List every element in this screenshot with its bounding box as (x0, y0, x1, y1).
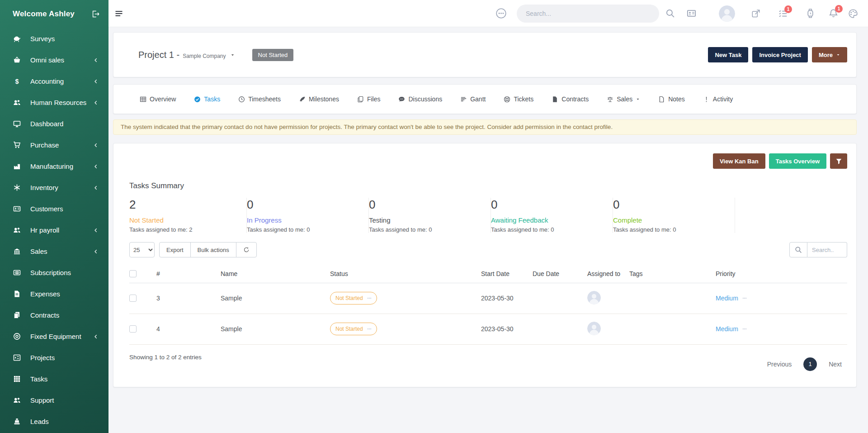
sidebar-item-projects[interactable]: Projects (0, 347, 108, 368)
id-card-icon (13, 205, 21, 213)
export-button[interactable]: Export (159, 242, 191, 257)
tab-contracts[interactable]: Contracts (552, 95, 589, 103)
task-status-badge[interactable]: Not Started (330, 292, 377, 305)
task-priority[interactable]: Medium (716, 325, 747, 333)
caret-down-icon (836, 52, 840, 57)
quick-actions-icon[interactable] (495, 8, 507, 19)
tab-sales[interactable]: Sales (607, 95, 640, 103)
share-icon[interactable] (751, 9, 760, 18)
status-menu-icon[interactable] (367, 296, 372, 300)
priority-menu-icon[interactable] (742, 296, 747, 300)
sidebar-item-purchase[interactable]: Purchase (0, 134, 108, 156)
task-assigned-cell (587, 314, 629, 344)
menu-toggle-icon[interactable] (114, 9, 123, 18)
tab-label: Discussions (408, 95, 442, 103)
pagination-next[interactable]: Next (829, 361, 842, 368)
sidebar-item-surveys[interactable]: Surveys (0, 28, 108, 49)
logout-icon[interactable] (91, 10, 99, 18)
todo-list-icon[interactable]: 1 (778, 9, 788, 18)
permission-warning-alert: The system indicated that the primary co… (113, 119, 857, 135)
sidebar-item-contracts[interactable]: Contracts (0, 305, 108, 326)
sidebar-item-leads[interactable]: Leads (0, 411, 108, 432)
tab-tasks[interactable]: Tasks (194, 95, 220, 103)
notifications-icon[interactable]: 1 (829, 9, 838, 18)
priority-menu-icon[interactable] (742, 327, 747, 331)
contacts-icon[interactable] (687, 9, 696, 18)
new-task-button[interactable]: New Task (708, 47, 748, 62)
task-priority[interactable]: Medium (716, 295, 747, 302)
pagination-page-1[interactable]: 1 (803, 357, 817, 371)
table-buttons-group: Export Bulk actions (159, 242, 257, 257)
user-avatar[interactable] (719, 5, 735, 22)
tab-overview[interactable]: Overview (140, 95, 176, 103)
tasks-overview-button[interactable]: Tasks Overview (769, 153, 826, 169)
invoice-project-button[interactable]: Invoice Project (752, 47, 807, 62)
summary-col-not-started: 2 Not Started Tasks assigned to me: 2 (129, 198, 247, 233)
table-search-icon[interactable] (789, 242, 807, 257)
timer-icon[interactable] (806, 9, 815, 18)
tab-notes[interactable]: Notes (658, 95, 685, 103)
tab-activity[interactable]: Activity (703, 95, 733, 103)
summary-col-complete: 0 Complete Tasks assigned to me: 0 (613, 198, 735, 233)
tab-discussions[interactable]: Discussions (398, 95, 442, 103)
pagination-previous[interactable]: Previous (767, 361, 792, 368)
task-status-badge[interactable]: Not Started (330, 323, 377, 335)
status-menu-icon[interactable] (367, 327, 372, 331)
sidebar-item-label: Fixed Equipment (30, 333, 93, 340)
tab-milestones[interactable]: Milestones (299, 95, 339, 103)
svg-text:$: $ (15, 78, 19, 85)
sidebar-item-omni-sales[interactable]: Omni sales (0, 49, 108, 71)
project-switch-caret-icon[interactable] (230, 52, 235, 57)
sidebar-item-fixed-equipment[interactable]: Fixed Equipment (0, 326, 108, 347)
sidebar-item-dashboard[interactable]: Dashboard (0, 113, 108, 134)
theme-palette-icon[interactable] (848, 9, 858, 19)
sidebar-item-subscriptions[interactable]: Subscriptions (0, 262, 108, 283)
file-invoice-icon (13, 290, 21, 298)
view-kanban-button[interactable]: View Kan Ban (713, 153, 765, 169)
page-size-select[interactable]: 25 (129, 242, 155, 257)
sidebar-item-tasks[interactable]: Tasks (0, 368, 108, 390)
sidebar-header: Welcome Ashley (0, 0, 108, 28)
tab-tickets[interactable]: Tickets (504, 95, 533, 103)
chevron-left-icon (93, 143, 99, 148)
sidebar-item-support[interactable]: Support (0, 390, 108, 411)
table-search-input[interactable] (807, 242, 847, 257)
tasks-card: View Kan Ban Tasks Overview Tasks Summar… (113, 143, 857, 387)
page-content: Project 1 - Sample Company Not Started N… (108, 27, 868, 433)
sidebar-item-label: Inventory (30, 184, 93, 191)
tab-gantt[interactable]: Gantt (460, 95, 486, 103)
sidebar-item-accounting[interactable]: $ Accounting (0, 71, 108, 92)
sidebar-item-human-resources[interactable]: Human Resources (0, 92, 108, 113)
tab-timesheets[interactable]: Timesheets (238, 95, 281, 103)
shopping-basket-icon (13, 56, 21, 64)
tab-files[interactable]: Files (357, 95, 381, 103)
summary-label: Awaiting Feedback (491, 216, 604, 224)
row-checkbox[interactable] (129, 295, 137, 302)
sidebar-item-inventory[interactable]: Inventory (0, 177, 108, 198)
task-name[interactable]: Sample (221, 283, 330, 314)
tab-label: Files (367, 95, 381, 103)
bulk-actions-button[interactable]: Bulk actions (190, 242, 236, 257)
tab-label: Activity (713, 95, 733, 103)
sidebar-item-hr-payroll[interactable]: Hr payroll (0, 219, 108, 241)
search-icon[interactable] (665, 9, 675, 18)
users-icon (13, 99, 21, 106)
task-due-date (533, 314, 587, 344)
summary-count: 0 (491, 198, 604, 212)
app: Welcome Ashley Surveys Omni sales $ Acco… (0, 0, 868, 433)
sidebar-item-manufacturing[interactable]: Manufacturing (0, 156, 108, 177)
col-header-assigned-to: Assigned to (587, 265, 629, 283)
select-all-checkbox[interactable] (129, 270, 137, 277)
sidebar-item-customers[interactable]: Customers (0, 198, 108, 219)
sidebar-item-expenses[interactable]: Expenses (0, 283, 108, 305)
project-name: Project 1 - (138, 50, 179, 60)
sidebar-item-label: Contracts (30, 311, 99, 319)
topbar-right: 1 1 (495, 5, 858, 23)
global-search-input[interactable] (517, 5, 659, 23)
more-button[interactable]: More (812, 47, 847, 62)
refresh-button[interactable] (236, 242, 257, 257)
row-checkbox[interactable] (129, 325, 137, 333)
sidebar-item-sales[interactable]: Sales (0, 241, 108, 262)
task-name[interactable]: Sample (221, 314, 330, 344)
filter-button[interactable] (830, 153, 847, 169)
